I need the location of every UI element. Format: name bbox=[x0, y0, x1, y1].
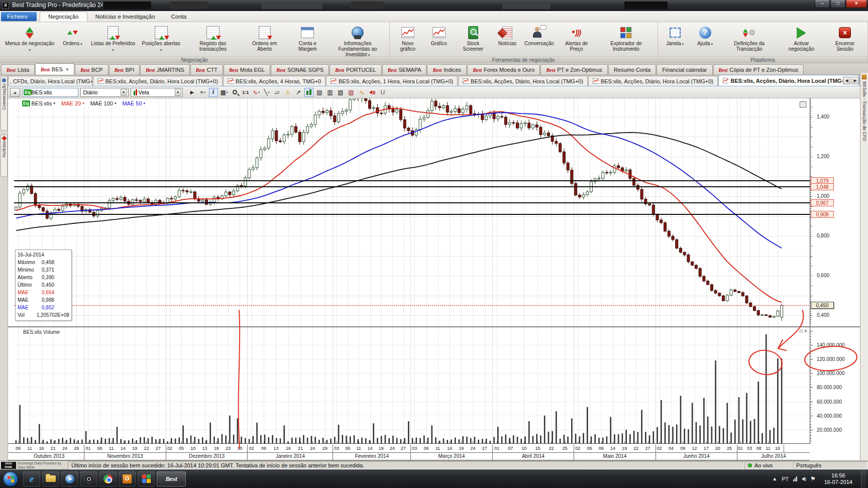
delete-tool[interactable]: ▨ bbox=[347, 88, 356, 97]
language-indicator[interactable]: PT bbox=[782, 476, 789, 482]
ribbon-button-novo-gr-fico[interactable]: Novo gráfico bbox=[392, 24, 424, 52]
pointer-tool[interactable]: ► bbox=[188, 88, 197, 97]
ribbon-button-ajuda[interactable]: ?Ajuda ▾ bbox=[690, 24, 720, 47]
sidebar-tab-noticias[interactable]: Notícias bbox=[1, 135, 8, 177]
ribbon-button-menus-de-negocia-o[interactable]: Menus de negociação ▾ bbox=[2, 24, 57, 53]
ribbon-button-conta-e-margem[interactable]: Conta e Margem bbox=[287, 24, 328, 52]
maximize-button[interactable]: □ bbox=[830, 0, 845, 8]
save-image-tool[interactable]: ▧ bbox=[336, 88, 345, 97]
ribbon-button-stock-screener[interactable]: Stock Screener bbox=[454, 24, 492, 52]
grid-tool[interactable]: ▦▾ bbox=[220, 88, 229, 97]
chart-tab-3[interactable]: BES:xlis, Acções, 1 Hora, Hora Local (TM… bbox=[326, 76, 458, 86]
workspace-tab-pt-e-zon-optimus[interactable]: BestPT e Zon-Optimus bbox=[540, 64, 607, 75]
workspace-tab-financial-calendar[interactable]: Financial calendar bbox=[657, 64, 712, 75]
volume-restore-icon[interactable]: □ bbox=[800, 329, 803, 334]
ribbon-button-janela[interactable]: Janela ▾ bbox=[660, 24, 690, 47]
price-alert-tool[interactable]: ⚠ bbox=[283, 88, 292, 97]
ribbon-button-encerrar-sess-o[interactable]: ×Encerrar Sessão bbox=[824, 24, 865, 52]
workspace-tab-resumo-conta[interactable]: Resumo Conta bbox=[608, 64, 656, 75]
volume-icon[interactable]: ) bbox=[802, 476, 806, 481]
workspace-tab-indices[interactable]: BestIndices bbox=[427, 64, 467, 75]
ribbon-button-registo-das-transac-es[interactable]: Registo das transacções bbox=[184, 24, 243, 52]
legend-item-mae-50[interactable]: MAE 50▾ bbox=[122, 100, 145, 106]
workspace-tab-lista[interactable]: BestLista bbox=[1, 64, 35, 75]
menu-tab-negocia-o[interactable]: Negociação bbox=[40, 12, 87, 22]
chart-tab-4[interactable]: BES:xlis, Acções, Diário, Hora Local (TM… bbox=[458, 76, 588, 86]
hidden-icons-button[interactable]: ▲ bbox=[772, 476, 777, 481]
chart-tab-0[interactable]: , CFDs, Diário, Hora Local (TMG+0) bbox=[8, 76, 92, 86]
menu-tab-not-cias-e-investiga-o[interactable]: Notícias e Investigação bbox=[87, 12, 163, 22]
internet-explorer-icon[interactable]: e bbox=[23, 471, 40, 486]
copy-chart-tool[interactable]: ▤ bbox=[315, 88, 324, 97]
workspace-tab-bpi[interactable]: BestBPI bbox=[109, 64, 140, 75]
ribbon-button-alertas-de-pre-o[interactable]: )))Alertas de Preço bbox=[556, 24, 597, 52]
close-button[interactable]: × bbox=[846, 0, 867, 8]
minimize-button[interactable]: – bbox=[815, 0, 830, 8]
legend-item-mae-20[interactable]: MAE 20▾ bbox=[61, 100, 84, 106]
chart-tab-1[interactable]: BES:xlis, Acções, Diário, Hora Local (TM… bbox=[93, 76, 223, 86]
ribbon-button-ordens[interactable]: Ordens ▾ bbox=[57, 24, 87, 47]
best-app-taskbar-button[interactable]: Best bbox=[157, 471, 186, 486]
workspace-tab-c-pia-de-pt-e-zon-optimus[interactable]: BestCópia de PT e Zon-Optimus bbox=[713, 64, 804, 75]
symbol-input[interactable] bbox=[32, 88, 78, 96]
tab-scroll-right-button[interactable]: ▶ bbox=[851, 77, 859, 84]
workspace-tab-bcp[interactable]: BestBCP bbox=[75, 64, 108, 75]
eraser-tool[interactable]: ▱ bbox=[273, 88, 282, 97]
menu-tab-conta[interactable]: Conta bbox=[163, 12, 195, 22]
ribbon-button-defini-es-da-transac-o[interactable]: ⚙Definições da Transacção bbox=[720, 24, 779, 52]
zoom-tool[interactable] bbox=[231, 88, 240, 97]
ribbon-button-explorador-de-instrumento[interactable]: Explorador de Instrumento bbox=[597, 24, 655, 52]
show-desktop-button[interactable] bbox=[861, 469, 866, 488]
magnet-tool[interactable]: U bbox=[378, 88, 387, 97]
sidebar-tab-conversacao[interactable]: Conversação bbox=[1, 76, 8, 131]
media-player-icon[interactable] bbox=[61, 471, 78, 486]
workspace-tab-sonae-sgps[interactable]: BestSONAE SGPS bbox=[271, 64, 329, 75]
chrome-icon[interactable] bbox=[99, 471, 117, 486]
workspace-tab-semapa[interactable]: BestSEMAPA bbox=[382, 64, 427, 75]
ribbon-button-conversa-o[interactable]: Conversação bbox=[522, 24, 556, 47]
ribbon-button-gr-fico[interactable]: Gráfico bbox=[424, 24, 454, 47]
trendline-tool[interactable]: ╲▾ bbox=[262, 88, 271, 97]
action-center-icon[interactable]: ⚑ bbox=[810, 475, 816, 482]
one-to-one-tool[interactable]: 1:1 bbox=[241, 88, 250, 97]
sound-alert-tool[interactable]: ))) bbox=[368, 88, 377, 97]
ribbon-button-listas-de-preferidos[interactable]: Listas de Preferidos ▾ bbox=[87, 24, 138, 53]
workspace-tab-forex-moeda-e-ouro[interactable]: BestForex Moeda e Ouro bbox=[467, 64, 540, 75]
chart-style-select[interactable]: Vela ▾ bbox=[131, 88, 183, 97]
copy-values-tool[interactable]: ▥ bbox=[325, 88, 335, 97]
workspace-tab-portucel[interactable]: BestPORTUCEL bbox=[330, 64, 381, 75]
title-bar[interactable]: B Best Trading Pro - Predefinição 24-04-… bbox=[0, 0, 868, 11]
dark-app-icon[interactable]: O bbox=[80, 471, 97, 486]
ribbon-button-not-cias[interactable]: Notícias bbox=[492, 24, 522, 47]
chart-restore-icon[interactable]: □ bbox=[800, 101, 806, 107]
tab-scroll-left-button[interactable]: ◀ bbox=[843, 77, 850, 84]
chart-tab-2[interactable]: BES:xlis, Acções, 4 Horas, TMG+0 bbox=[223, 76, 325, 86]
volume-close-icon[interactable]: × bbox=[804, 329, 807, 334]
ribbon-button-informa-es-fundamentais-ao-investidor[interactable]: Informações Fundamentais ao Investidor ▾ bbox=[329, 24, 387, 58]
tab-close-icon[interactable]: × bbox=[66, 66, 69, 72]
price-volume-chart[interactable] bbox=[8, 98, 860, 445]
crosshair-tool[interactable]: +▾ bbox=[198, 88, 207, 97]
info-tool[interactable]: i bbox=[209, 88, 218, 97]
legend-item-mae-100[interactable]: MAE 100▾ bbox=[90, 100, 117, 106]
explorer-folder-icon[interactable] bbox=[42, 471, 59, 486]
workspace-tab-ctt[interactable]: BestCTT bbox=[190, 64, 223, 75]
start-button[interactable] bbox=[3, 471, 18, 486]
windows-apps-icon[interactable] bbox=[138, 471, 155, 486]
legend-item-bes-xlis[interactable]: EqBES:xlis▾ bbox=[22, 100, 55, 106]
collapse-toolbar-button[interactable]: ▲ bbox=[10, 88, 20, 97]
chart-tab-5[interactable]: BES:xlis, Acções, Diário, Hora Local (TM… bbox=[588, 76, 718, 86]
right-panel-strip[interactable]: BESxlis - Transacção de CFD bbox=[860, 73, 868, 460]
workspace-tab-jmartins[interactable]: BestJMARTINS bbox=[140, 64, 190, 75]
ribbon-button-ordens-em-aberto[interactable]: Ordens em Aberto bbox=[242, 24, 287, 52]
network-icon[interactable] bbox=[793, 476, 797, 481]
period-select[interactable]: Diário ▾ bbox=[80, 88, 129, 97]
workspace-tab-mota-egl[interactable]: BestMota EGL bbox=[224, 64, 270, 75]
workspace-tab-bes[interactable]: BestBES× bbox=[35, 63, 74, 75]
wave-tool[interactable]: ∿ bbox=[357, 88, 366, 97]
ribbon-button-posi-es-abertas[interactable]: Posições abertas ▾ bbox=[139, 24, 184, 53]
menu-tab-ficheiro[interactable]: Ficheiro bbox=[1, 12, 37, 21]
measure-tool[interactable]: ↗ bbox=[294, 88, 303, 97]
outlook-icon[interactable]: O bbox=[119, 471, 136, 486]
chart-tab-6[interactable]: BES:xlis, Acções, Diário, Hora Local (TM… bbox=[718, 75, 859, 86]
